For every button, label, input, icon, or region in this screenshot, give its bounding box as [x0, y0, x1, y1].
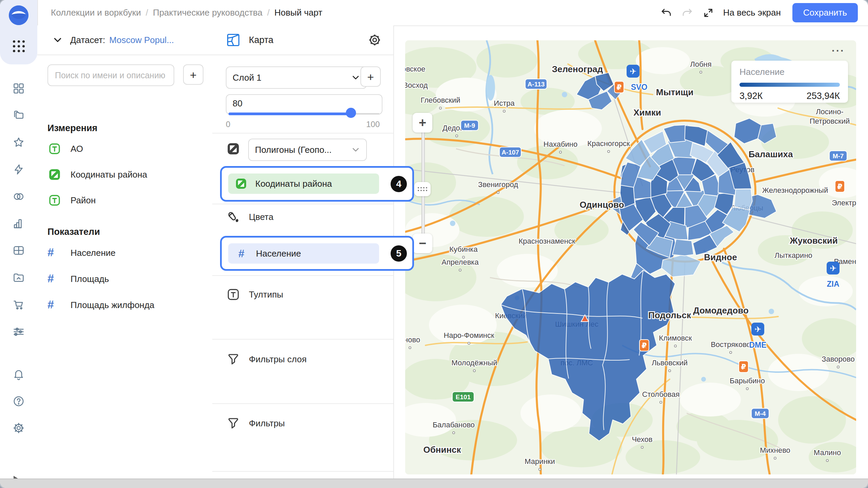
field-row[interactable]: #Площадь жилфонда — [47, 297, 154, 313]
zoom-out-button[interactable]: − — [413, 233, 432, 253]
opacity-slider-rest[interactable] — [352, 113, 379, 115]
breadcrumb-item[interactable]: Практические руководства — [153, 7, 262, 18]
geopolygons-field-pill[interactable]: Коодинаты района — [228, 174, 379, 194]
svg-text:✈: ✈ — [630, 67, 636, 76]
divider — [212, 133, 393, 134]
svg-text:Е101: Е101 — [456, 393, 471, 401]
dataset-header[interactable]: Датасет: Moscow Popul... — [37, 25, 212, 55]
marketplace-icon[interactable] — [13, 299, 25, 311]
divider — [212, 471, 393, 472]
zoom-in-button[interactable]: + — [413, 113, 432, 133]
map-place-label: Лобня — [690, 60, 711, 68]
add-layer-button[interactable]: + — [360, 66, 381, 87]
window-bottom-strip — [0, 479, 868, 488]
map-place-label: Маринки — [525, 457, 555, 466]
field-label: Район — [71, 195, 96, 206]
apps-grid-icon[interactable] — [13, 40, 25, 52]
map-place-label: Петровский — [810, 117, 850, 125]
gear-icon[interactable] — [13, 422, 25, 434]
opacity-slider-knob[interactable] — [346, 108, 356, 118]
tables-icon[interactable] — [13, 244, 25, 257]
breadcrumb-separator: / — [146, 7, 148, 18]
map-place-label: Покровское — [405, 65, 425, 73]
workbooks-icon[interactable] — [13, 109, 25, 121]
topbar-actions: На весь экран Сохранить — [660, 0, 858, 25]
datasets-icon[interactable] — [13, 190, 25, 203]
dataset-name-link[interactable]: Moscow Popul... — [109, 35, 174, 45]
funnel-icon — [226, 352, 241, 367]
layer-opacity-control[interactable]: 80 — [226, 94, 382, 115]
svg-text:₽: ₽ — [741, 363, 746, 371]
redo-icon[interactable] — [681, 7, 693, 19]
filters-section-header[interactable]: Фильтры — [226, 415, 285, 431]
map-canvas[interactable]: КрасногорскЗеленоградРеутовЖелезнодорожн… — [405, 40, 856, 474]
notifications-icon[interactable] — [13, 368, 25, 380]
fullscreen-icon[interactable] — [702, 7, 714, 19]
svg-text:А-107: А-107 — [501, 149, 519, 156]
svg-text:✈: ✈ — [754, 325, 761, 334]
dataset-panel: Датасет: Moscow Popul... + Измерения АОК… — [37, 25, 213, 479]
map-place-label: Электроугли — [832, 199, 856, 207]
breadcrumb-item[interactable]: Коллекции и воркбуки — [51, 7, 141, 18]
help-icon[interactable] — [13, 395, 25, 407]
legend-max: 253,94К — [807, 91, 840, 101]
chart-type-label: Карта — [249, 35, 273, 45]
field-label: Площадь — [71, 274, 109, 284]
undo-icon[interactable] — [660, 7, 672, 19]
text-field-icon — [47, 142, 62, 156]
opacity-slider-track[interactable] — [229, 113, 352, 115]
map-place-label: Лыткарино — [774, 251, 812, 260]
layer-filters-section-header[interactable]: Фильтры слоя — [226, 351, 307, 367]
save-button[interactable]: Сохранить — [792, 3, 858, 22]
map-place-label: Глебовский — [421, 96, 460, 104]
map-place-label: Заворово — [822, 355, 854, 363]
left-rail — [0, 0, 38, 479]
geo-field-icon — [234, 177, 248, 190]
quick-actions-icon[interactable] — [13, 163, 25, 176]
geopolygons-icon — [226, 141, 241, 156]
chevron-down-icon — [351, 73, 360, 82]
settings-sliders-icon[interactable] — [13, 326, 25, 338]
app-logo-icon[interactable] — [9, 5, 28, 25]
map-place-label: Кубинка — [449, 245, 478, 253]
map-more-menu-icon[interactable]: ··· — [832, 45, 845, 57]
colors-section-header: Цвета — [226, 209, 273, 225]
zoom-slider-handle[interactable] — [414, 182, 431, 196]
map-legend: Население 3,92К 253,94К — [731, 61, 848, 103]
opacity-value: 80 — [233, 98, 242, 109]
map-place-label: Химки — [633, 107, 661, 118]
divider — [212, 339, 393, 340]
fullscreen-label[interactable]: На весь экран — [723, 7, 781, 18]
svg-text:М-4: М-4 — [755, 410, 766, 417]
add-field-button[interactable]: + — [183, 64, 203, 85]
district-cell — [672, 239, 694, 256]
legend-title: Население — [739, 67, 840, 77]
map-place-label: Железнодорожный — [762, 186, 828, 195]
map-chart-icon[interactable] — [226, 33, 241, 47]
field-row[interactable]: Район — [47, 192, 96, 208]
chevron-down-icon[interactable] — [53, 35, 63, 45]
tooltips-section-header[interactable]: Тултипы — [226, 286, 283, 303]
opacity-max-label: 100 — [366, 120, 380, 129]
field-row[interactable]: #Площадь — [47, 271, 109, 287]
field-row[interactable]: #Население — [47, 245, 116, 261]
geotype-select[interactable]: Полигоны (Геопо... — [248, 139, 367, 161]
layer-select[interactable]: Слой 1 — [226, 66, 367, 89]
favorites-icon[interactable] — [13, 136, 25, 148]
svg-text:₽: ₽ — [616, 83, 622, 92]
colors-field-pill[interactable]: # Население — [228, 243, 379, 264]
map-place-label: Мытищи — [656, 87, 694, 97]
dashboards-icon[interactable] — [13, 82, 25, 95]
field-row[interactable]: АО — [47, 141, 83, 157]
charts-icon[interactable] — [13, 218, 25, 230]
gallery-icon[interactable] — [13, 271, 25, 284]
chart-settings-gear-icon[interactable] — [368, 33, 382, 47]
annotation-box-geopolygons: Коодинаты района 4 — [220, 166, 414, 202]
map-place-label: Краснознаменск — [518, 237, 575, 245]
field-row[interactable]: Коодинаты района — [47, 166, 147, 183]
map-place-label: Обнинск — [423, 445, 461, 455]
search-input[interactable] — [47, 64, 174, 86]
measures-title: Показатели — [47, 227, 100, 237]
map-place-label: Балашиха — [749, 149, 793, 159]
svg-text:₽: ₽ — [642, 341, 647, 350]
